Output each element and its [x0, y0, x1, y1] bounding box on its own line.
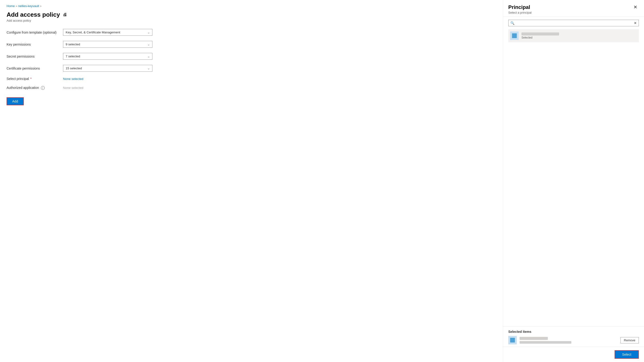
- breadcrumb-home[interactable]: Home: [6, 4, 15, 8]
- result-info: Selected: [522, 32, 559, 39]
- right-panel-title: Principal: [508, 4, 532, 10]
- authorized-app-value: None selected: [63, 86, 152, 89]
- key-permissions-value: 9 selected: [66, 42, 80, 46]
- page-title: Add access policy 🖨: [6, 11, 496, 18]
- breadcrumb-sep1: >: [16, 5, 17, 7]
- close-button[interactable]: ✕: [632, 4, 639, 10]
- search-box: 🔍 ✕: [508, 20, 639, 26]
- key-permissions-dropdown[interactable]: 9 selected ⌄: [63, 41, 152, 48]
- select-principal-label: Select principal *: [6, 77, 58, 81]
- breadcrumb-keyvault[interactable]: nellies-keyvault: [18, 4, 39, 8]
- selected-items-title: Selected items: [508, 330, 639, 334]
- right-panel-subtitle: Select a principal: [508, 11, 532, 14]
- form-grid: Configure from template (optional) Key, …: [6, 29, 152, 90]
- list-item[interactable]: Selected: [508, 29, 639, 42]
- configure-label: Configure from template (optional): [6, 30, 58, 34]
- print-icon[interactable]: 🖨: [63, 12, 67, 17]
- select-principal-link[interactable]: None selected: [63, 77, 152, 81]
- selected-name-placeholder: [520, 337, 548, 340]
- clear-icon[interactable]: ✕: [634, 21, 637, 25]
- search-row: 🔍 ✕: [503, 17, 644, 29]
- search-icon: 🔍: [510, 21, 514, 25]
- chevron-down-icon: ⌄: [148, 67, 150, 70]
- chevron-down-icon: ⌄: [148, 55, 150, 58]
- cert-permissions-label: Certificate permissions: [6, 66, 58, 70]
- required-marker: *: [30, 77, 32, 81]
- add-button[interactable]: Add: [6, 97, 24, 105]
- secret-permissions-dropdown[interactable]: 7 selected ⌄: [63, 53, 152, 60]
- selected-avatar: [508, 336, 517, 344]
- secret-permissions-value: 7 selected: [66, 54, 80, 58]
- right-panel-footer: Select: [503, 347, 644, 362]
- breadcrumb: Home > nellies-keyvault >: [6, 4, 496, 8]
- cert-permissions-value: 15 selected: [66, 66, 82, 70]
- selected-section: Selected items Remove: [503, 326, 644, 347]
- left-panel: Home > nellies-keyvault > Add access pol…: [0, 0, 503, 362]
- selected-avatar-inner: [510, 338, 515, 343]
- chevron-down-icon: ⌄: [148, 31, 150, 34]
- chevron-down-icon: ⌄: [148, 43, 150, 46]
- results-list: Selected: [503, 29, 644, 326]
- result-selected-label: Selected: [522, 36, 559, 39]
- search-input[interactable]: [516, 21, 632, 25]
- page-subtitle: Add access policy: [6, 19, 496, 22]
- result-name-placeholder: [522, 32, 559, 35]
- selected-desc-placeholder: [520, 341, 571, 344]
- configure-value: Key, Secret, & Certificate Management: [66, 30, 120, 34]
- authorized-app-label: Authorized application i: [6, 86, 58, 90]
- cert-permissions-dropdown[interactable]: 15 selected ⌄: [63, 65, 152, 72]
- avatar-inner: [512, 33, 517, 38]
- info-icon[interactable]: i: [41, 86, 45, 90]
- right-panel: Principal Select a principal ✕ 🔍 ✕ Selec…: [503, 0, 644, 362]
- avatar: [510, 31, 519, 40]
- select-button[interactable]: Select: [614, 350, 639, 359]
- selected-item-row: Remove: [508, 336, 639, 344]
- right-panel-header: Principal Select a principal ✕: [503, 0, 644, 17]
- selected-item-info: [520, 337, 618, 344]
- breadcrumb-sep2: >: [40, 5, 42, 7]
- remove-button[interactable]: Remove: [620, 337, 639, 344]
- secret-permissions-label: Secret permissions: [6, 54, 58, 58]
- key-permissions-label: Key permissions: [6, 42, 58, 46]
- configure-dropdown[interactable]: Key, Secret, & Certificate Management ⌄: [63, 29, 152, 36]
